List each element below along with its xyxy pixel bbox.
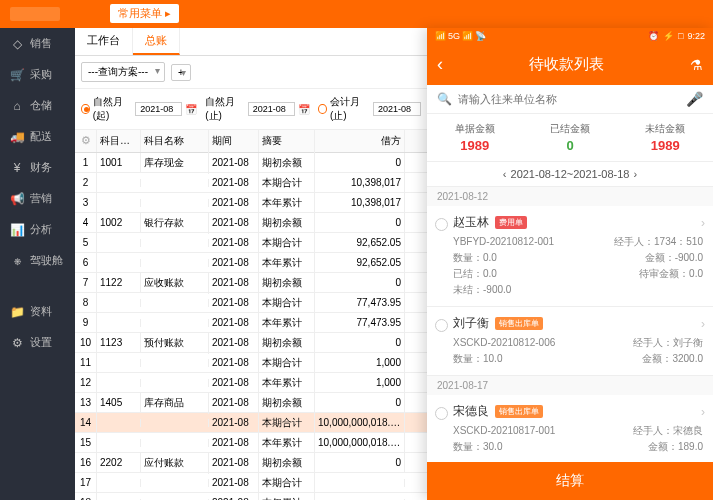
table-row[interactable]: 131405库存商品2021-08期初余额0 [75, 393, 427, 413]
main-panel: 工作台 总账 ---查询方案--- + 自然月(起) 2021-08 📅 自然月… [75, 28, 427, 500]
sidebar-icon: ⚙ [10, 336, 24, 350]
sidebar-icon: ◇ [10, 37, 24, 51]
back-icon[interactable]: ‹ [437, 54, 443, 75]
account-month-radio[interactable] [318, 104, 327, 114]
sidebar-item-4[interactable]: ¥财务 [0, 152, 75, 183]
table-row[interactable]: 32021-08本年累计10,398,017 [75, 193, 427, 213]
date-start-input[interactable]: 2021-08 [135, 102, 182, 116]
table-row[interactable]: 142021-08本期合计10,000,000,018.8… [75, 413, 427, 433]
search-icon: 🔍 [437, 92, 452, 106]
sidebar-label: 配送 [30, 129, 52, 144]
common-menu-button[interactable]: 常用菜单 ▸ [110, 4, 179, 23]
logo [10, 7, 60, 21]
calendar-icon[interactable]: 📅 [185, 104, 197, 115]
filter-row: ---查询方案--- + [75, 56, 427, 89]
ledger-table: ⚙ 科目编码 科目名称 期间 摘要 借方 11001库存现金2021-08期初余… [75, 130, 427, 500]
calendar-icon[interactable]: 📅 [298, 104, 310, 115]
gear-icon[interactable]: ⚙ [81, 134, 91, 146]
sidebar-label: 设置 [30, 335, 52, 350]
sidebar-item-2[interactable]: ⌂仓储 [0, 90, 75, 121]
stat-item: 未结金额1989 [618, 122, 713, 153]
mobile-header: ‹ 待收款列表 ⚗ [427, 44, 713, 85]
date-range-selector[interactable]: ‹2021-08-12~2021-08-18› [427, 162, 713, 187]
date-filters: 自然月(起) 2021-08 📅 自然月(止) 2021-08 📅 会计月(止)… [75, 89, 427, 130]
sidebar-item-10[interactable]: ⚙设置 [0, 327, 75, 358]
sidebar-item-5[interactable]: 📢营销 [0, 183, 75, 214]
table-row[interactable]: 11001库存现金2021-08期初余额0 [75, 153, 427, 173]
table-row[interactable]: 41002银行存款2021-08期初余额0 [75, 213, 427, 233]
stat-item: 已结金额0 [522, 122, 617, 153]
mic-icon[interactable]: 🎤 [686, 91, 703, 107]
add-filter-button[interactable]: + [171, 64, 191, 81]
table-row[interactable]: 71122应收账款2021-08期初余额0 [75, 273, 427, 293]
receipt-card[interactable]: 赵玉林费用单 › YBFYD-20210812-001经手人：1734：510 … [427, 206, 713, 307]
label: 会计月(止) [330, 95, 370, 123]
sidebar-icon: 📁 [10, 305, 24, 319]
label: 自然月(起) [93, 95, 132, 123]
mobile-title: 待收款列表 [529, 55, 604, 74]
table-row[interactable]: 162202应付账款2021-08期初余额0 [75, 453, 427, 473]
table-row[interactable]: 152021-08本年累计10,000,000,018.8… [75, 433, 427, 453]
sidebar-icon: 🛒 [10, 68, 24, 82]
sidebar-label: 驾驶舱 [30, 253, 63, 268]
date-header: 2021-08-12 [427, 187, 713, 206]
table-row[interactable]: 52021-08本期合计92,652.05 [75, 233, 427, 253]
search-input[interactable] [458, 93, 680, 105]
table-header: ⚙ 科目编码 科目名称 期间 摘要 借方 [75, 130, 427, 153]
tab-ledger[interactable]: 总账 [133, 28, 180, 55]
tab-workbench[interactable]: 工作台 [75, 28, 133, 55]
sidebar: ◇销售🛒采购⌂仓储🚚配送¥财务📢营销📊分析⎈驾驶舱📁资料⚙设置 [0, 28, 75, 500]
filter-icon[interactable]: ⚗ [690, 57, 703, 73]
sidebar-label: 资料 [30, 304, 52, 319]
table-row[interactable]: 62021-08本年累计92,652.05 [75, 253, 427, 273]
mobile-overlay: 📶5G📶📡 ⏰⚡□9:22 ‹ 待收款列表 ⚗ 🔍 🎤 单据金额1989已结金额… [427, 28, 713, 500]
chevron-right-icon: › [701, 317, 705, 331]
query-plan-select[interactable]: ---查询方案--- [81, 62, 165, 82]
sidebar-item-9[interactable]: 📁资料 [0, 296, 75, 327]
sidebar-label: 销售 [30, 36, 52, 51]
sidebar-icon: 📢 [10, 192, 24, 206]
date-acct-input[interactable]: 2021-08 [373, 102, 421, 116]
table-row[interactable]: 122021-08本年累计1,000 [75, 373, 427, 393]
col-code: 科目编码 [97, 130, 141, 152]
sidebar-label: 财务 [30, 160, 52, 175]
app-header [0, 0, 713, 28]
sidebar-label: 采购 [30, 67, 52, 82]
col-debit: 借方 [315, 130, 405, 152]
chevron-right-icon: › [701, 405, 705, 419]
sidebar-icon: 📊 [10, 223, 24, 237]
table-row[interactable]: 92021-08本年累计77,473.95 [75, 313, 427, 333]
receipt-card[interactable]: 刘子衡销售出库单 › XSCKD-20210812-006经手人：刘子衡 数量：… [427, 307, 713, 376]
date-end-input[interactable]: 2021-08 [248, 102, 295, 116]
chevron-right-icon: › [701, 216, 705, 230]
mobile-search: 🔍 🎤 [427, 85, 713, 114]
label: 自然月(止) [205, 95, 245, 123]
col-summary: 摘要 [259, 130, 315, 152]
stat-item: 单据金额1989 [427, 122, 522, 153]
sidebar-icon: ⎈ [10, 254, 24, 268]
col-period: 期间 [209, 130, 259, 152]
table-row[interactable]: 112021-08本期合计1,000 [75, 353, 427, 373]
table-row[interactable]: 182021-08本年累计 [75, 493, 427, 500]
table-row[interactable]: 22021-08本期合计10,398,017 [75, 173, 427, 193]
date-header: 2021-08-17 [427, 376, 713, 395]
sidebar-item-3[interactable]: 🚚配送 [0, 121, 75, 152]
mobile-list[interactable]: 2021-08-12 赵玉林费用单 › YBFYD-20210812-001经手… [427, 187, 713, 462]
settle-button[interactable]: 结算 [427, 462, 713, 500]
sidebar-label: 营销 [30, 191, 52, 206]
sidebar-icon: 🚚 [10, 130, 24, 144]
receipt-card[interactable]: 宋德良销售出库单 › XSCKD-20210817-001经手人：宋德良 数量：… [427, 395, 713, 462]
sidebar-item-6[interactable]: 📊分析 [0, 214, 75, 245]
mobile-status-bar: 📶5G📶📡 ⏰⚡□9:22 [427, 28, 713, 44]
sidebar-item-7[interactable]: ⎈驾驶舱 [0, 245, 75, 276]
natural-month-start-radio[interactable] [81, 104, 90, 114]
col-name: 科目名称 [141, 130, 209, 152]
sidebar-item-1[interactable]: 🛒采购 [0, 59, 75, 90]
table-row[interactable]: 82021-08本期合计77,473.95 [75, 293, 427, 313]
sidebar-icon: ⌂ [10, 99, 24, 113]
sidebar-item-0[interactable]: ◇销售 [0, 28, 75, 59]
sidebar-label: 仓储 [30, 98, 52, 113]
table-row[interactable]: 101123预付账款2021-08期初余额0 [75, 333, 427, 353]
table-row[interactable]: 172021-08本期合计 [75, 473, 427, 493]
tabs: 工作台 总账 [75, 28, 427, 56]
